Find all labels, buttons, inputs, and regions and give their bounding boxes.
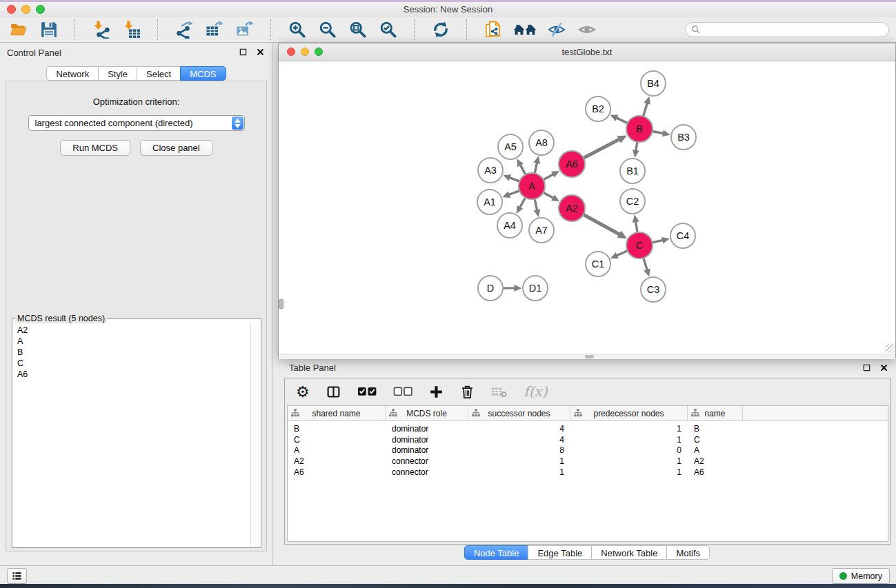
network-graph-svg[interactable]: B4B2BB3A8A5A6A3B1AA1C2A2A4A7C4CC1C3DD1 [279, 61, 895, 354]
memory-label: Memory [851, 571, 882, 581]
network-vertical-scrollbar[interactable] [279, 61, 283, 354]
criterion-dropdown[interactable]: largest connected component (directed) [28, 115, 245, 131]
export-network-icon[interactable] [174, 19, 195, 41]
tab-motifs[interactable]: Motifs [666, 545, 710, 560]
edge-arrowhead [662, 130, 670, 136]
zoom-in-icon[interactable] [287, 19, 308, 41]
select-all-columns-icon[interactable] [357, 386, 377, 398]
graph-node-label: B [636, 123, 643, 134]
export-image-icon[interactable] [235, 19, 255, 41]
close-table-panel-icon[interactable] [879, 363, 888, 372]
import-network-icon[interactable] [91, 19, 112, 41]
tab-mcds[interactable]: MCDS [180, 66, 226, 81]
graph-node-label: A7 [535, 225, 548, 236]
zoom-fit-icon[interactable] [348, 19, 368, 41]
network-canvas[interactable]: B4B2BB3A8A5A6A3B1AA1C2A2A4A7C4CC1C3DD1 [279, 61, 895, 354]
delete-column-icon[interactable] [460, 385, 475, 399]
graph-node-label: C2 [626, 196, 639, 207]
search-field[interactable] [685, 22, 889, 37]
network-zoom-button[interactable] [315, 48, 323, 56]
save-session-icon[interactable] [39, 19, 59, 41]
open-file-icon[interactable] [8, 19, 29, 41]
mcds-result-legend: MCDS result (5 nodes) [15, 314, 107, 323]
tab-style[interactable]: Style [98, 66, 137, 81]
hscroll-thumb[interactable] [585, 355, 594, 358]
node-table: shared nameMCDS rolesuccessor nodesprede… [287, 405, 888, 542]
edge-arrowhead [633, 150, 639, 158]
refresh-icon[interactable] [430, 19, 451, 41]
control-panel-tabs: NetworkStyleSelectMCDS [0, 66, 272, 81]
network-close-button[interactable] [287, 48, 295, 56]
float-table-panel-icon[interactable] [862, 363, 870, 372]
search-icon [691, 25, 701, 34]
add-column-icon[interactable] [429, 385, 444, 399]
network-traffic-lights [287, 48, 323, 56]
table-header-row: shared nameMCDS rolesuccessor nodesprede… [288, 406, 888, 421]
column-tree-icon [471, 408, 481, 418]
column-header[interactable]: predecessor nodes [570, 406, 688, 420]
column-header[interactable]: successor nodes [468, 406, 570, 420]
unselect-all-columns-icon[interactable] [393, 386, 412, 398]
close-panel-button[interactable]: Close panel [140, 140, 212, 156]
float-panel-icon[interactable] [239, 48, 247, 56]
tab-network[interactable]: Network [46, 66, 99, 81]
session-file-icon[interactable] [483, 19, 504, 41]
mcds-result-item[interactable]: B [12, 347, 251, 358]
dropdown-stepper-icon [232, 116, 243, 130]
home-icon[interactable] [513, 19, 537, 41]
table-row[interactable]: Cdominator41C [288, 434, 888, 445]
import-table-icon[interactable] [121, 19, 142, 41]
table-row[interactable]: A6connector11A6 [288, 467, 888, 478]
edge-arrowhead [644, 268, 650, 276]
table-panel-title: Table Panel [289, 363, 336, 373]
table-row[interactable]: Bdominator41B [288, 423, 888, 434]
column-header[interactable]: name [688, 406, 743, 420]
graph-node-label: A4 [504, 220, 516, 231]
tab-select[interactable]: Select [137, 66, 181, 81]
zoom-out-icon[interactable] [317, 19, 338, 41]
show-eye-icon[interactable] [577, 19, 597, 41]
close-panel-icon[interactable] [256, 48, 264, 56]
column-header[interactable]: shared name [288, 406, 386, 420]
list-icon [12, 571, 22, 581]
status-bar: Memory [0, 565, 896, 584]
result-scrollbar[interactable] [250, 323, 260, 547]
network-minimize-button[interactable] [301, 48, 309, 56]
mcds-result-item[interactable]: C [12, 358, 251, 369]
split-view-icon[interactable] [326, 385, 341, 399]
mcds-result-item[interactable]: A6 [12, 369, 251, 380]
mcds-result-item[interactable]: A [12, 336, 251, 347]
vscroll-thumb[interactable] [279, 299, 283, 309]
tab-network-table[interactable]: Network Table [591, 545, 667, 560]
zoom-selected-icon[interactable] [378, 19, 399, 41]
toolbar-icon-groups [8, 19, 597, 41]
table-panel: Table Panel ⚙f(x) shared nameMCDS rolesu… [278, 358, 896, 565]
tab-edge-table[interactable]: Edge Table [528, 545, 592, 560]
tab-node-table[interactable]: Node Table [464, 545, 529, 560]
graph-node-label: B4 [647, 78, 659, 89]
criterion-value: largest connected component (directed) [35, 116, 193, 130]
network-window-titlebar[interactable]: testGlobe.txt [279, 43, 895, 61]
column-header[interactable]: MCDS role [386, 406, 468, 420]
graph-node-label: A1 [484, 196, 496, 207]
mcds-result-item[interactable]: A2 [12, 325, 251, 336]
network-horizontal-scrollbar[interactable] [279, 354, 895, 359]
resize-grip[interactable] [886, 344, 895, 353]
column-tree-icon [388, 408, 398, 418]
table-row[interactable]: Adominator80A [288, 445, 888, 456]
settings-gear-icon[interactable]: ⚙ [296, 385, 310, 399]
toolbar-separator [157, 19, 159, 40]
table-row[interactable]: A2connector11A2 [288, 456, 888, 467]
show-tasks-button[interactable] [7, 568, 27, 584]
column-tree-icon [573, 408, 583, 418]
memory-button[interactable]: Memory [832, 568, 890, 584]
export-table-icon[interactable] [204, 19, 225, 41]
network-view-window: testGlobe.txt B4B2BB3A8A5A6A3B1AA1C2A2A4… [278, 43, 896, 358]
hide-network-icon[interactable] [546, 19, 567, 41]
function-builder-icon: f(x) [524, 383, 547, 400]
graph-node-label: A8 [535, 137, 548, 148]
graph-node-label: B2 [592, 103, 604, 114]
table-panel-tabs: Node TableEdge TableNetwork TableMotifs [278, 545, 896, 560]
table-panel-body: ⚙f(x) shared nameMCDS rolesuccessor node… [284, 378, 891, 545]
run-mcds-button[interactable]: Run MCDS [60, 140, 130, 156]
